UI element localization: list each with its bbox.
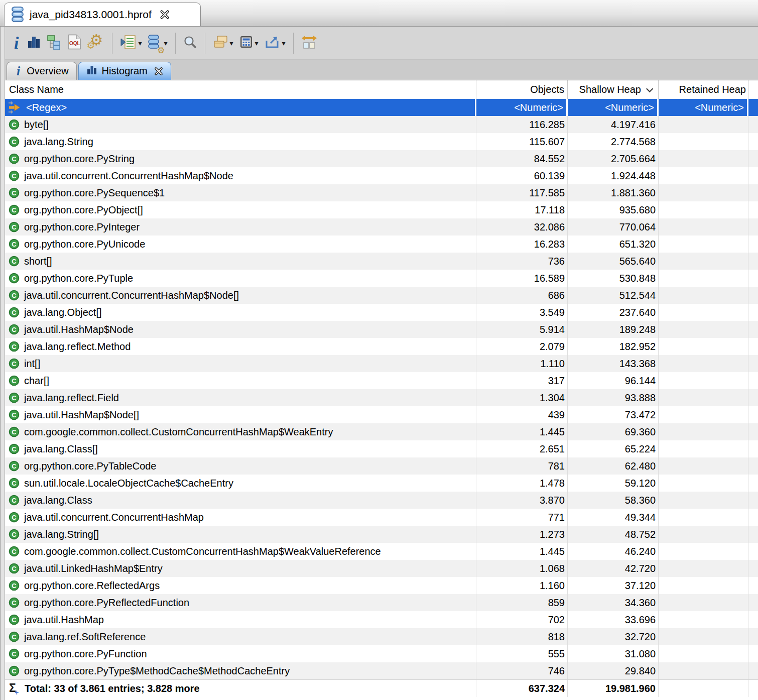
tab-overview[interactable]: i Overview: [7, 62, 77, 80]
svg-text:C: C: [12, 633, 17, 641]
table-row[interactable]: C org.python.core.PyFunction 555 31.080: [5, 645, 758, 662]
shallow-heap-cell: 62.480: [568, 457, 659, 475]
retained-heap-cell: [659, 270, 748, 287]
dominator-tree-button[interactable]: [44, 33, 65, 54]
table-row[interactable]: C java.util.HashMap 702 33.696: [5, 611, 758, 628]
table-row[interactable]: C java.util.concurrent.ConcurrentHashMap…: [5, 509, 758, 526]
search-button[interactable]: [180, 33, 200, 53]
regex-filter-input[interactable]: <Regex>: [5, 99, 476, 116]
table-row[interactable]: C com.google.common.collect.CustomConcur…: [5, 543, 758, 560]
tab-close-icon[interactable]: [154, 67, 163, 76]
table-row[interactable]: C java.lang.String 115.607 2.774.568: [5, 133, 758, 150]
column-header-retained-heap[interactable]: Retained Heap: [659, 80, 748, 99]
objects-cell: 1.110: [476, 355, 568, 372]
oql-button[interactable]: OQL: [65, 32, 84, 54]
objects-cell: 702: [476, 611, 568, 628]
total-filler: [748, 680, 758, 697]
table-row[interactable]: C org.python.core.PyReflectedFunction 85…: [5, 594, 758, 611]
export-button[interactable]: ▾: [262, 33, 289, 53]
class-name-cell: C com.google.common.collect.CustomConcur…: [5, 423, 476, 440]
table-row[interactable]: C org.python.core.PyTableCode 781 62.480: [5, 457, 758, 475]
objects-cell: 60.139: [476, 167, 568, 184]
class-icon: C: [9, 529, 20, 540]
table-row[interactable]: C sun.util.locale.LocaleObjectCache$Cach…: [5, 475, 758, 492]
table-row[interactable]: C org.python.core.PySequence$1 117.585 1…: [5, 184, 758, 201]
column-header-class-name[interactable]: Class Name: [5, 80, 476, 99]
shallow-heap-cell: 73.472: [568, 406, 659, 423]
class-name-cell: C org.python.core.PyString: [5, 150, 476, 167]
tab-histogram[interactable]: Histogram: [78, 62, 171, 80]
table-row[interactable]: C com.google.common.collect.CustomConcur…: [5, 423, 758, 440]
class-name-label: java.util.concurrent.ConcurrentHashMap$N…: [24, 290, 239, 301]
table-row[interactable]: C org.python.core.PyTuple 16.589 530.848: [5, 270, 758, 287]
objects-cell: 2.651: [476, 440, 568, 457]
table-row[interactable]: C byte[] 116.285 4.197.416: [5, 116, 758, 133]
class-name-label: java.lang.ref.SoftReference: [24, 631, 146, 643]
dropdown-arrow-icon[interactable]: ▾: [138, 39, 142, 47]
objects-cell: 1.445: [476, 543, 568, 560]
table-row[interactable]: C java.util.LinkedHashMap$Entry 1.068 42…: [5, 560, 758, 577]
dropdown-arrow-icon[interactable]: ▾: [255, 39, 259, 47]
overview-info-button[interactable]: i: [9, 33, 24, 54]
shallow-heap-cell: 189.248: [568, 321, 659, 338]
histogram-button[interactable]: [24, 33, 44, 53]
table-row[interactable]: C java.lang.reflect.Field 1.304 93.888: [5, 389, 758, 406]
table-row[interactable]: C org.python.core.PyObject[] 17.118 935.…: [5, 201, 758, 218]
objects-cell: 16.589: [476, 270, 568, 287]
class-name-cell: C java.lang.Class[]: [5, 440, 476, 457]
class-name-label: java.lang.reflect.Field: [24, 392, 119, 404]
objects-cell: 3.549: [476, 304, 568, 321]
objects-cell: 439: [476, 406, 568, 423]
table-row[interactable]: C java.util.concurrent.ConcurrentHashMap…: [5, 167, 758, 184]
left-gutter: [0, 27, 5, 700]
heap-queries-button[interactable]: ⚙ ▾: [145, 33, 170, 54]
row-filler: [748, 492, 758, 509]
query-browser-button[interactable]: ▾: [117, 33, 145, 54]
objects-cell: 736: [476, 253, 568, 270]
retained-filter-input[interactable]: <Numeric>: [659, 99, 748, 116]
calculator-button[interactable]: ▾: [236, 33, 262, 53]
class-icon: C: [9, 580, 20, 591]
editor-tab-heap-dump[interactable]: java_pid34813.0001.hprof: [4, 3, 201, 26]
class-name-cell: C java.util.HashMap$Node: [5, 321, 476, 338]
table-row[interactable]: C short[] 736 565.640: [5, 253, 758, 270]
table-row[interactable]: C java.lang.Class 3.870 58.360: [5, 492, 758, 509]
retained-heap-cell: [659, 184, 748, 201]
shallow-filter-input[interactable]: <Numeric>: [568, 99, 659, 116]
grouping-button[interactable]: ▾: [210, 33, 236, 53]
table-row[interactable]: C org.python.core.PyString 84.552 2.705.…: [5, 150, 758, 167]
retained-heap-cell: [659, 116, 748, 133]
table-row[interactable]: C java.lang.String[] 1.273 48.752: [5, 526, 758, 543]
table-row[interactable]: C org.python.core.PyUnicode 16.283 651.3…: [5, 236, 758, 253]
dropdown-arrow-icon[interactable]: ▾: [230, 39, 233, 47]
table-row[interactable]: C java.lang.Class[] 2.651 65.224: [5, 440, 758, 457]
objects-filter-input[interactable]: <Numeric>: [476, 99, 568, 116]
row-filler: [748, 236, 758, 253]
table-row[interactable]: C char[] 317 96.144: [5, 372, 758, 389]
table-row[interactable]: C org.python.core.ReflectedArgs 1.160 37…: [5, 577, 758, 594]
shallow-heap-cell: 93.888: [568, 389, 659, 406]
class-name-label: org.python.core.PySequence$1: [24, 187, 165, 199]
table-row[interactable]: C java.lang.ref.SoftReference 818 32.720: [5, 628, 758, 645]
class-name-label: java.util.LinkedHashMap$Entry: [24, 563, 163, 574]
dropdown-arrow-icon[interactable]: ▾: [282, 39, 286, 47]
compare-icon: [301, 35, 317, 52]
table-row[interactable]: C org.python.core.PyType$MethodCache$Met…: [5, 662, 758, 679]
table-row[interactable]: C java.util.HashMap$Node[] 439 73.472: [5, 406, 758, 423]
column-header-objects[interactable]: Objects: [476, 80, 568, 99]
retained-heap-cell: [659, 355, 748, 372]
class-icon: C: [9, 290, 20, 301]
row-filler: [748, 270, 758, 287]
table-row[interactable]: C java.util.HashMap$Node 5.914 189.248: [5, 321, 758, 338]
editor-tab-close-icon[interactable]: [160, 10, 170, 20]
table-row[interactable]: C java.lang.reflect.Method 2.079 182.952: [5, 338, 758, 355]
table-row[interactable]: C java.lang.Object[] 3.549 237.640: [5, 304, 758, 321]
table-row[interactable]: C int[] 1.110 143.368: [5, 355, 758, 372]
table-row[interactable]: C java.util.concurrent.ConcurrentHashMap…: [5, 287, 758, 304]
column-header-shallow-heap[interactable]: Shallow Heap: [568, 80, 659, 99]
objects-cell: 1.068: [476, 560, 568, 577]
table-row[interactable]: C org.python.core.PyInteger 32.086 770.0…: [5, 218, 758, 236]
compare-button[interactable]: [298, 33, 320, 54]
thread-gears-button[interactable]: ⚙⚙: [84, 33, 107, 54]
class-icon: C: [9, 665, 20, 676]
